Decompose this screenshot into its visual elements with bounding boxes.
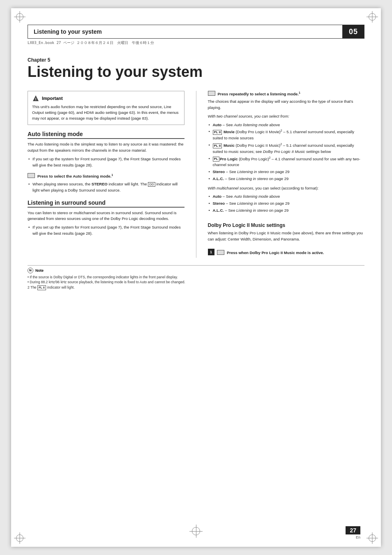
pl-indicator-note: PL II (37, 285, 46, 290)
file-info: LX03_En.book 27 ページ ２００８年６月２４日 火曜日 午後６時１… (28, 40, 364, 46)
dolby-settings-heading: Dolby Pro Logic II Music settings (208, 222, 365, 228)
chapter-number-badge: 05 (343, 25, 364, 38)
chapter-title: Listening to your system (28, 64, 364, 80)
multichannel-intro: With multichannel sources, you can selec… (208, 185, 365, 192)
corner-mark-bl (16, 534, 23, 542)
button-icon-step1 (217, 250, 224, 255)
header-bar: Listening to your system 05 (28, 25, 364, 39)
step1-content: Press when Dolby Pro Logic II Music mode… (217, 248, 324, 256)
plii-movie-badge: PL II (213, 130, 222, 135)
chapter-heading: Chapter 5 Listening to your system (28, 57, 364, 83)
note-box: N Note • If the source is Dolby Digital … (28, 265, 364, 290)
page: Listening to your system 05 LX03_En.book… (11, 8, 381, 547)
auto-press-line: Press to select the Auto listening mode.… (28, 173, 184, 180)
two-channel-intro: With two channel sources, you can select… (208, 113, 365, 120)
stereo-indicator-text: When playing stereo sources, the STEREO … (28, 181, 184, 193)
multi-ch-auto: Auto – See Auto listening mode above (208, 194, 365, 200)
two-ch-stereo: Stereo – See Listening in stereo on page… (208, 169, 365, 175)
note-icon: N (28, 268, 33, 273)
header-title: Listening to your system (28, 25, 343, 38)
two-ch-alc: A.L.C. – See Listening in stereo on page… (208, 176, 365, 182)
two-ch-prologic: PLPro Logic (Dolby Pro Logic)2 – 4.1 cha… (208, 156, 365, 169)
corner-mark-br (369, 534, 376, 542)
two-ch-plii-movie: PL II Movie (Dolby Pro Logic II Movie)2 … (208, 129, 365, 141)
auto-mode-heading: Auto listening mode (28, 131, 184, 139)
surround-heading: Listening in surround sound (28, 199, 184, 208)
surround-section: Listening in surround sound You can list… (28, 199, 184, 237)
note-header: N Note (28, 268, 364, 273)
important-text: This unit's audio function may be restri… (32, 104, 180, 122)
note-text-1: • If the source is Dolby Digital or DTS,… (28, 275, 364, 280)
right-column: Press repeatedly to select a listening m… (208, 91, 365, 258)
press-repeatedly-line: Press repeatedly to select a listening m… (208, 91, 365, 97)
auto-mode-intro: The Auto listening mode is the simplest … (28, 141, 184, 153)
important-label: Important (42, 96, 63, 101)
display-varies-text: The choices that appear in the display w… (208, 99, 365, 111)
button-icon-repeat (208, 91, 215, 96)
column-divider (196, 91, 196, 258)
auto-mode-section: Auto listening mode The Auto listening m… (28, 131, 184, 193)
surround-bullet1: If you set up the system for Front surro… (28, 224, 184, 236)
dolby-settings-intro: When listening in Dolby Pro Logic II Mus… (208, 230, 365, 242)
center-registration-mark (192, 527, 200, 535)
auto-press-text: Press to select the Auto listening mode.… (37, 173, 113, 180)
note-text-3: 2 The PL II indicator will light. (28, 285, 364, 290)
dolby-settings-section: Dolby Pro Logic II Music settings When l… (208, 222, 365, 256)
corner-mark-tl (16, 13, 23, 21)
plii-music-badge: PL II (213, 143, 222, 148)
svg-text:!: ! (35, 97, 37, 101)
chapter-label: Chapter 5 (28, 57, 364, 63)
dd-indicator: DD (148, 182, 155, 187)
two-col-layout: ! Important This unit's audio function m… (28, 91, 364, 258)
multi-ch-stereo: Stereo – See Listening in stereo on page… (208, 201, 365, 207)
left-column: ! Important This unit's audio function m… (28, 91, 184, 258)
two-ch-auto: Auto – See Auto listening mode above (208, 122, 365, 128)
multi-ch-alc: A.L.C. – See Listening in stereo on page… (208, 208, 365, 214)
page-footer: 27 En (346, 526, 360, 539)
note-label: Note (35, 268, 44, 273)
press-repeatedly-text: Press repeatedly to select a listening m… (218, 91, 300, 97)
important-box: ! Important This unit's audio function m… (28, 91, 184, 125)
auto-mode-bullet1: If you set up the system for Front surro… (28, 156, 184, 168)
page-lang: En (356, 535, 360, 539)
warning-icon: ! (32, 95, 39, 102)
important-header: ! Important (32, 95, 180, 102)
step-number-1: 1 (208, 249, 214, 255)
header-title-text: Listening to your system (34, 28, 102, 35)
note-text-2: • During 88.2 kHz/96 kHz source playback… (28, 280, 364, 285)
step1-text: Press when Dolby Pro Logic II Music mode… (227, 250, 324, 255)
two-ch-plii-music: PL II Music (Dolby Pro Logic II Music)2 … (208, 142, 365, 155)
prologic-badge: PL (213, 157, 219, 162)
surround-intro: You can listen to stereo or multichannel… (28, 210, 184, 222)
dolby-step1: 1 Press when Dolby Pro Logic II Music mo… (208, 248, 365, 256)
button-icon-auto (28, 173, 35, 178)
corner-mark-tr (369, 13, 376, 21)
page-number: 27 (346, 526, 360, 534)
